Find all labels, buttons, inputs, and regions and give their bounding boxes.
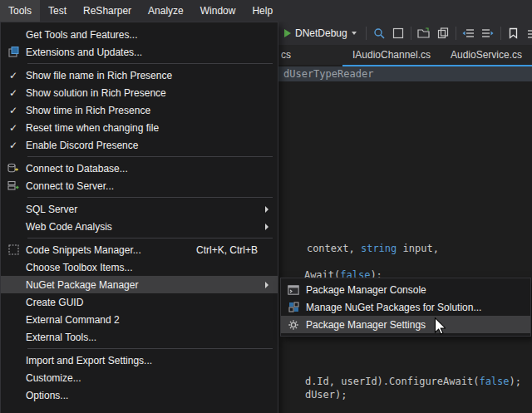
menu-separator (27, 348, 273, 349)
document-tab-iaudiochannel[interactable]: IAudioChannel.cs (342, 45, 441, 65)
document-tab-audioservice[interactable]: AudioService.cs (441, 45, 532, 65)
manage-packages-icon (281, 302, 306, 312)
bookmark-icon[interactable] (507, 27, 520, 40)
menubar-item-help[interactable]: Help (244, 0, 281, 22)
menu-item-shortcut: Ctrl+K, Ctrl+B (196, 244, 258, 256)
task-list-icon[interactable] (526, 27, 532, 40)
submenu-arrow-icon (261, 282, 273, 288)
nuget-submenu: Package Manager Console Manage NuGet Pac… (280, 278, 531, 337)
menu-item-connect-to-server[interactable]: Connect to Server... (1, 177, 278, 194)
menu-item-get-tools-and-features[interactable]: Get Tools and Features... (1, 26, 278, 43)
menu-separator (27, 63, 273, 64)
menu-item-choose-toolbox-items[interactable]: Choose Toolbox Items... (1, 258, 278, 276)
menu-item-sql-server[interactable]: SQL Server (1, 200, 278, 218)
menu-item-label: Enable Discord Presence (26, 140, 273, 151)
submenu-item-package-manager-console[interactable]: Package Manager Console (281, 281, 530, 298)
menu-item-create-guid[interactable]: Create GUID (1, 293, 278, 311)
menu-separator (27, 238, 273, 238)
open-file-icon[interactable] (417, 27, 431, 40)
console-icon (281, 285, 306, 295)
toolbar-separator (500, 27, 501, 40)
menu-item-label: Show time in Rich Presence (26, 105, 273, 116)
menu-separator (27, 197, 273, 198)
menu-item-label: Options... (26, 390, 273, 401)
menubar-item-test[interactable]: Test (40, 0, 75, 22)
menu-item-options[interactable]: Options... (1, 386, 278, 404)
new-item-icon[interactable] (392, 27, 405, 40)
menu-item-label: Package Manager Settings (306, 319, 525, 331)
menu-item-label: Web Code Analysis (26, 221, 261, 233)
checkmark-icon: ✓ (9, 88, 17, 98)
menubar-item-analyze[interactable]: Analyze (140, 0, 192, 22)
toolbar-separator (411, 27, 411, 40)
menu-item-label: SQL Server (26, 204, 261, 215)
menu-item-label: NuGet Package Manager (26, 279, 261, 291)
menu-item-label: Choose Toolbox Items... (26, 262, 273, 273)
find-in-files-icon[interactable] (372, 27, 386, 40)
menu-item-label: Reset time when changing file (26, 122, 273, 134)
menu-item-external-tools[interactable]: External Tools... (1, 328, 278, 346)
menu-item-show-time-rich-presence[interactable]: ✓ Show time in Rich Presence (1, 101, 278, 119)
menu-item-label: Connect to Database... (26, 163, 273, 175)
copy-document-icon[interactable] (436, 27, 450, 40)
checkmark-icon: ✓ (9, 71, 17, 81)
extensions-icon (1, 47, 26, 57)
document-tab-partial[interactable]: cs (278, 45, 342, 65)
menu-item-label: Show file name in Rich Presence (26, 70, 273, 81)
menu-item-import-export-settings[interactable]: Import and Export Settings... (1, 352, 278, 369)
play-icon (284, 29, 291, 37)
debug-target-label: DNetDebug (295, 27, 347, 39)
menu-item-label: External Tools... (26, 332, 273, 343)
menubar-item-resharper[interactable]: ReSharper (75, 0, 140, 22)
menubar-item-window[interactable]: Window (192, 0, 244, 22)
menubar-item-tools[interactable]: Tools (0, 0, 40, 22)
menu-item-connect-to-database[interactable]: Connect to Database... (1, 160, 278, 177)
menu-item-label: Code Snippets Manager... (26, 244, 186, 256)
menu-item-code-snippets-manager[interactable]: Code Snippets Manager... Ctrl+K, Ctrl+B (1, 241, 278, 258)
submenu-item-package-manager-settings[interactable]: Package Manager Settings (281, 316, 530, 333)
navigation-type-name: dUserTypeReader (283, 68, 373, 80)
menu-item-web-code-analysis[interactable]: Web Code Analysis (1, 218, 278, 235)
menu-item-label: Import and Export Settings... (26, 355, 273, 366)
menu-item-nuget-package-manager[interactable]: NuGet Package Manager (1, 276, 278, 293)
menu-item-enable-discord-presence[interactable]: ✓ Enable Discord Presence (1, 136, 278, 154)
checkmark-icon: ✓ (9, 140, 17, 150)
toolbar-separator (366, 27, 367, 40)
code-line: se); (281, 402, 329, 413)
connect-database-icon (1, 163, 26, 174)
menu-item-label: Customize... (26, 372, 273, 384)
menu-item-label: Create GUID (26, 297, 273, 308)
tools-menu: Get Tools and Features... Extensions and… (0, 22, 278, 413)
menu-item-label: Package Manager Console (306, 284, 525, 296)
gear-icon (281, 319, 306, 331)
submenu-arrow-icon (261, 206, 273, 213)
start-debug-button[interactable]: DNetDebug (281, 26, 360, 41)
toolbar-separator (456, 27, 456, 40)
menu-item-label: External Command 2 (26, 314, 273, 326)
chevron-down-icon (352, 32, 357, 35)
menu-separator (27, 156, 273, 157)
connect-server-icon (1, 180, 26, 191)
menu-item-customize[interactable]: Customize... (1, 369, 278, 386)
checkmark-icon: ✓ (9, 123, 17, 133)
menu-item-extensions-and-updates[interactable]: Extensions and Updates... (1, 43, 278, 61)
menu-item-reset-time-when-changing-file[interactable]: ✓ Reset time when changing file (1, 119, 278, 136)
submenu-item-manage-nuget-packages-solution[interactable]: Manage NuGet Packages for Solution... (281, 298, 530, 316)
menu-bar: Tools Test ReSharper Analyze Window Help (0, 0, 532, 22)
navigate-forward-list-icon[interactable] (481, 27, 495, 40)
menu-item-external-command-2[interactable]: External Command 2 (1, 311, 278, 328)
menu-item-label: Manage NuGet Packages for Solution... (306, 302, 525, 313)
navigate-backward-list-icon[interactable] (462, 27, 475, 40)
menu-item-show-file-name-rich-presence[interactable]: ✓ Show file name in Rich Presence (1, 66, 278, 84)
code-snippets-icon (1, 244, 26, 255)
menu-item-label: Show solution in Rich Presence (26, 87, 273, 99)
submenu-arrow-icon (261, 224, 273, 230)
menu-item-label: Get Tools and Features... (26, 29, 273, 41)
menu-item-show-solution-rich-presence[interactable]: ✓ Show solution in Rich Presence (1, 84, 278, 101)
menu-item-label: Connect to Server... (26, 180, 273, 192)
checkmark-icon: ✓ (9, 106, 17, 116)
menu-item-label: Extensions and Updates... (26, 47, 273, 58)
